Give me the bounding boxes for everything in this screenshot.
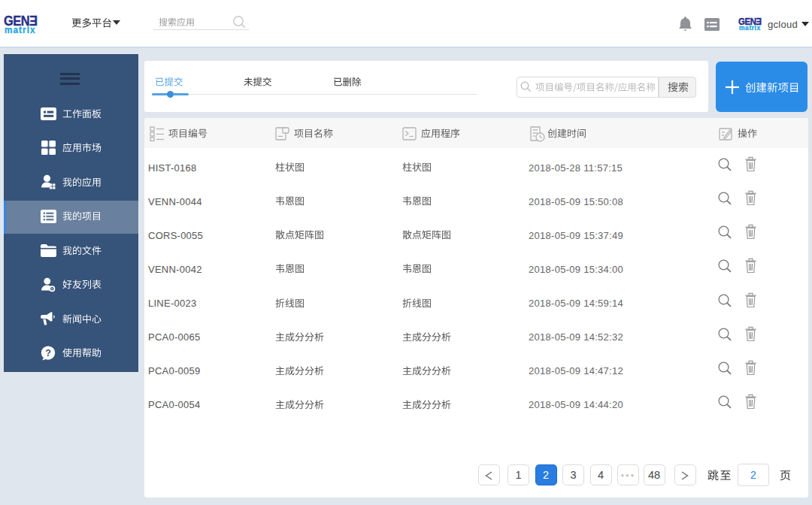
svg-text:?: ? <box>45 347 51 358</box>
